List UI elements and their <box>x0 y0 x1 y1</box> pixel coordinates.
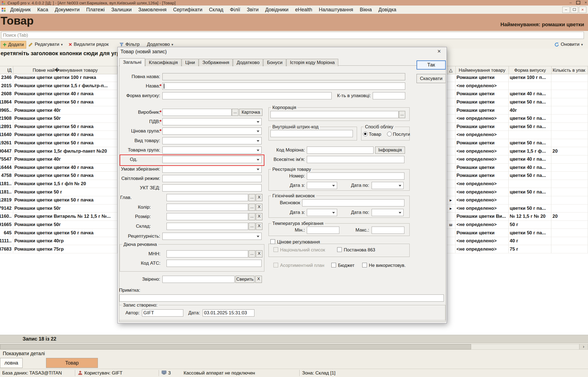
window-close-icon[interactable]: × <box>585 0 587 5</box>
table-row-right[interactable]: Ромашки цветкицветки 100 г п... <box>446 74 588 82</box>
bottom-tab-main[interactable]: ловна <box>0 358 23 368</box>
column-header-qty[interactable]: Кількість в упак <box>552 66 588 74</box>
table-row[interactable]: 79142Ромашки цветки 50г <box>0 205 117 213</box>
table-row[interactable]: 2608Ромашки цветки цветки 40 г пачка <box>0 90 117 98</box>
size-input[interactable] <box>167 213 248 220</box>
price-group-select[interactable] <box>162 128 262 135</box>
qty-per-pack-input[interactable] <box>373 92 405 99</box>
verified-clear-button[interactable]: X <box>255 276 262 283</box>
menu-item[interactable]: Довідник <box>7 7 34 13</box>
dialog-tab[interactable]: Загальні <box>119 58 145 66</box>
column-header-form[interactable]: Форма випуску <box>509 66 552 74</box>
product-group-select[interactable] <box>162 147 262 154</box>
table-row[interactable]: 19261Ромашки цветки цветки 50 г пачка <box>0 139 117 147</box>
table-row-right[interactable]: Ромашки цветкицветки 50 г па... <box>446 98 588 107</box>
manufacturer-browse-button[interactable]: ... <box>232 109 238 116</box>
decree863-checkbox[interactable] <box>337 247 342 252</box>
column-header-name[interactable]: Найменування товару <box>456 66 509 74</box>
release-form-input[interactable] <box>162 92 332 99</box>
table-row[interactable]: 12819Ромашки цветки цветки 50 г пачка <box>0 196 117 205</box>
cancel-button[interactable]: Скасувати <box>417 74 446 83</box>
dialog-tab[interactable]: Зображення <box>199 59 233 66</box>
barcode-input[interactable] <box>270 130 353 137</box>
table-row[interactable]: 21908Ромашки цветки 50г <box>0 115 117 123</box>
mnn-input[interactable] <box>167 250 248 257</box>
table-row[interactable]: 90447Ромашки цветки 1,5г фильтр-пакет №2… <box>0 147 117 155</box>
main-browse-button[interactable]: ... <box>249 194 255 201</box>
show-details-toggle[interactable]: Показувати деталі <box>3 351 45 357</box>
menu-item[interactable]: eHealth <box>292 7 315 13</box>
dialog-tab[interactable]: Ціни <box>182 59 198 66</box>
world-name-input[interactable] <box>307 156 404 163</box>
table-row-right[interactable]: <не определено>цветки 1,5 г ф...20 <box>446 147 588 155</box>
date-input[interactable]: 03.01.2025 15:31:03 <box>203 309 254 317</box>
reg-number-input[interactable] <box>307 172 404 180</box>
mnn-browse-button[interactable]: ... <box>249 250 255 257</box>
scrollbar-thumb[interactable] <box>0 344 471 349</box>
color-browse-button[interactable]: ... <box>249 204 255 211</box>
info-button[interactable]: Інформація <box>375 147 405 154</box>
menu-item[interactable]: Залишки <box>108 7 135 13</box>
table-row-right[interactable]: ▸<не определено> <box>446 196 588 205</box>
table-row[interactable]: 12891Ромашки цветки цветки 50 г пачка <box>0 123 117 131</box>
dialog-tab[interactable]: Додатково <box>233 59 263 66</box>
table-row-right[interactable]: Ромашки цветки40г <box>446 106 588 115</box>
table-row[interactable]: 645Ромашки цветки цветки 50 г пачка <box>0 229 117 237</box>
name-input[interactable] <box>162 83 405 90</box>
table-row-right[interactable]: <не определено>40 г <box>446 237 588 245</box>
add-button[interactable]: + Додати <box>1 41 26 49</box>
mdi-restore-icon[interactable] <box>571 7 578 13</box>
morion-input[interactable] <box>307 147 374 154</box>
menu-item[interactable]: Каса <box>34 7 52 13</box>
dialog-tab[interactable]: Бонуси <box>263 59 286 66</box>
table-row[interactable]: 1111..Ромашки цветки 40гр <box>0 237 117 245</box>
table-row[interactable]: 16444Ромашки цветки цветки 40 г пачка <box>0 164 117 172</box>
table-row-right[interactable]: <не определено>цветки 50 г па... <box>446 188 588 196</box>
column-header-sort-icon[interactable]: △ <box>446 66 456 74</box>
table-row-right[interactable]: Ромашки цветкицветки 50 г па... <box>446 123 588 131</box>
table-row-right[interactable]: Ромашки цветкицветки 40 г па... <box>446 164 588 172</box>
mdi-minimize-icon[interactable]: – <box>562 7 570 13</box>
menu-item[interactable]: Довідники <box>262 7 292 13</box>
search-input[interactable] <box>1 32 584 39</box>
services-radio[interactable] <box>387 132 392 136</box>
table-row-right[interactable]: Ромашки цветкицветки 50 г па... <box>446 229 588 237</box>
full-name-input[interactable] <box>162 73 405 80</box>
mdi-close-icon[interactable]: × <box>579 7 586 13</box>
prescription-select[interactable] <box>162 233 262 240</box>
menu-item[interactable]: Налаштування <box>315 7 356 13</box>
column-header-full-name[interactable]: Повне най�менування товару <box>13 66 117 74</box>
table-row-right[interactable]: <не определено> <box>446 180 588 188</box>
temp-min-input[interactable] <box>307 227 339 234</box>
menu-item[interactable]: Філії <box>227 7 243 13</box>
table-row[interactable]: 91665Ромашки цветки 50г <box>0 221 117 229</box>
dialog-tab[interactable]: Класифікація <box>145 59 181 66</box>
table-row-right[interactable]: Ромашки цветкицветки 50 г па... <box>446 172 588 180</box>
table-row[interactable]: 2015Ромашки цветки цветки 1,5 г фильтр-п… <box>0 82 117 90</box>
table-row-right[interactable]: <не определено> <box>446 82 588 90</box>
ukt-zed-input[interactable] <box>162 184 262 192</box>
vat-select[interactable] <box>162 118 262 125</box>
hyg-date-to-select[interactable] <box>372 209 404 216</box>
warehouse-clear-button[interactable]: X <box>256 223 262 230</box>
table-row[interactable]: 2346Ромашки цветки цветки 100 г пачка <box>0 74 117 82</box>
manufacturer-input[interactable] <box>162 109 232 116</box>
hyg-date-from-select[interactable] <box>307 209 337 216</box>
menu-item[interactable]: Сертифікати <box>170 7 206 13</box>
window-maximize-icon[interactable] <box>576 1 580 4</box>
table-row[interactable]: 11864Ромашки цветки цветки 50 г пачка <box>0 98 117 107</box>
mnn-clear-button[interactable]: X <box>256 250 262 257</box>
table-row[interactable]: 4758Ромашки цветки цветки 50 г пачка <box>0 172 117 180</box>
conclusion-input[interactable] <box>302 199 404 206</box>
storage-select[interactable] <box>162 166 262 173</box>
verified-input[interactable] <box>162 276 235 283</box>
menu-item[interactable]: Склад <box>206 7 227 13</box>
budget-checkbox[interactable] <box>331 263 336 267</box>
reg-date-from-select[interactable] <box>307 182 337 189</box>
refresh-button[interactable]: Оновити ▾ <box>552 41 585 48</box>
color-input[interactable] <box>167 204 248 211</box>
table-row-right[interactable]: <не определено>цветки 40 г па... <box>446 155 588 164</box>
table-row-right[interactable]: Ромашки цветкицветки 40 г па... <box>446 90 588 98</box>
horizontal-scrollbar[interactable]: › <box>0 344 588 350</box>
delete-row-button[interactable]: × Видалити рядок <box>67 41 111 48</box>
